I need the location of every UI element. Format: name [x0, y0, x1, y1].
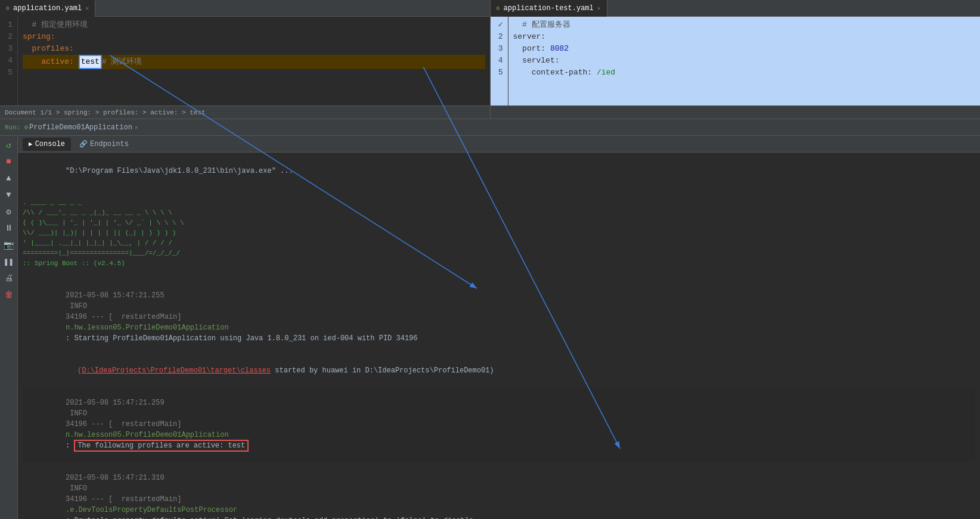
tab-application-yaml[interactable]: ⚙ application.yaml ✕ [0, 0, 95, 17]
code-line-3: profiles: [23, 43, 485, 55]
breadcrumb: Document 1/1 > spring: > profiles: > act… [0, 105, 490, 119]
stop-button[interactable]: ■ [2, 155, 15, 168]
yaml-test-icon: ⚙ [497, 5, 500, 12]
right-code-area[interactable]: # 配置服务器 server: port: 8082 servlet: cont… [508, 17, 981, 105]
run-label: Run: [5, 124, 20, 131]
right-close-icon[interactable]: ✕ [597, 5, 601, 12]
left-code-area[interactable]: # 指定使用环境 spring: profiles: active: test#… [18, 17, 490, 105]
spring-banner: . ____ _ __ _ _ /\\ / ___'_ __ _ _(_)_ _… [23, 198, 975, 269]
tab-label: application.yaml [13, 4, 82, 13]
line-numbers-left: 1 2 3 4 5 [0, 17, 18, 105]
scroll-down-button[interactable]: ▼ [2, 188, 15, 201]
right-code-line-2: server: [513, 31, 976, 43]
clear-button[interactable]: 🗑 [2, 288, 15, 302]
line-numbers-right: ✓ 2 3 4 5 [491, 17, 508, 105]
banner-line-1: . ____ _ __ _ _ [23, 198, 975, 208]
code-line-5 [23, 69, 485, 81]
right-code-line-4: servlet: [513, 55, 976, 67]
code-line-1: # 指定使用环境 [23, 19, 485, 31]
run-app-label: ProfileDemo01Application [29, 123, 132, 132]
java-cmd-line: "D:\Program Files\Java\jdk1.8.0_231\bin\… [23, 155, 975, 187]
code-line-2: spring: [23, 31, 485, 43]
console-output[interactable]: "D:\Program Files\Java\jdk1.8.0_231\bin\… [18, 153, 980, 519]
right-code-line-5: context-path: /ied [513, 67, 976, 79]
console-main: ▶ Console 🔗 Endpoints "D:\Program Files\… [18, 136, 980, 519]
path-link[interactable]: D:\IdeaProjects\ProfileDemo01\target\cla… [82, 366, 271, 375]
scroll-up-button[interactable]: ▲ [2, 172, 15, 185]
tab-endpoints[interactable]: 🔗 Endpoints [73, 138, 135, 151]
right-tab-bar: ⚙ application-test.yaml ✕ [491, 0, 981, 17]
log-entry-1b: (D:\IdeaProjects\ProfileDemo01\target\cl… [23, 355, 975, 387]
console-tabs: ▶ Console 🔗 Endpoints [18, 136, 980, 153]
right-editor-content: ✓ 2 3 4 5 # 配置服务器 server: port: 8082 ser… [491, 17, 981, 105]
settings-button[interactable]: ⚙ [2, 205, 15, 218]
run-close-icon[interactable]: ✕ [135, 124, 138, 131]
run-app-icon: ⚙ [24, 123, 28, 131]
pause-button[interactable]: ⏸ [2, 222, 15, 235]
print-button[interactable]: 🖨 [2, 272, 15, 285]
left-toolbar: ↺ ■ ▲ ▼ ⚙ ⏸ 📷 ❚❚ 🖨 🗑 [0, 136, 18, 519]
console-tab-icon: ▶ [29, 140, 33, 148]
banner-line-4: \\/ ___)| |_)| | | | | || (_| | ) ) ) ) [23, 228, 975, 238]
camera-button[interactable]: 📷 [2, 238, 15, 251]
right-code-line-3: port: 8082 [513, 43, 976, 55]
endpoints-tab-icon: 🔗 [79, 140, 88, 148]
right-breadcrumb [491, 105, 981, 119]
banner-line-7: :: Spring Boot :: (v2.4.5) [23, 259, 975, 269]
console-panel: ↺ ■ ▲ ▼ ⚙ ⏸ 📷 ❚❚ 🖨 🗑 ▶ Console 🔗 Endpoin… [0, 136, 980, 519]
right-code-line-1: # 配置服务器 [513, 19, 976, 31]
tab-console[interactable]: ▶ Console [23, 138, 71, 151]
log-entry-3: 2021-05-08 15:47:21.310 INFO 34196 --- [… [23, 462, 975, 519]
banner-line-2: /\\ / ___'_ __ _ _(_)_ __ __ _ \ \ \ \ [23, 208, 975, 218]
active-profile-highlight: The following profiles are active: test [74, 440, 249, 452]
run-bar: Run: ⚙ ProfileDemo01Application ✕ [0, 119, 980, 136]
left-tab-bar: ⚙ application.yaml ✕ [0, 0, 490, 17]
rerun-button[interactable]: ↺ [2, 138, 15, 151]
code-line-4: active: test# 测试环境 [23, 55, 485, 69]
close-icon[interactable]: ✕ [85, 5, 89, 12]
log-entry-2: 2021-05-08 15:47:21.259 INFO 34196 --- [… [23, 387, 975, 462]
banner-line-5: ' |____| .__|_| |_|_| |_\__, | / / / / [23, 238, 975, 248]
fold-button[interactable]: ❚❚ [2, 255, 15, 268]
tab-application-test-yaml[interactable]: ⚙ application-test.yaml ✕ [491, 0, 607, 17]
yaml-icon: ⚙ [6, 5, 10, 12]
banner-line-3: ( ( )\___ | '_ | '_| | '_ \/ _` | \ \ \ … [23, 218, 975, 228]
log-entry-1: 2021-05-08 15:47:21.255 INFO 34196 --- [… [23, 279, 975, 355]
banner-line-6: =========|_|===============|___/=/_/_/_/ [23, 248, 975, 259]
tab-test-label: application-test.yaml [504, 4, 594, 13]
left-editor-content: 1 2 3 4 5 # 指定使用环境 spring: profiles: act… [0, 17, 490, 105]
